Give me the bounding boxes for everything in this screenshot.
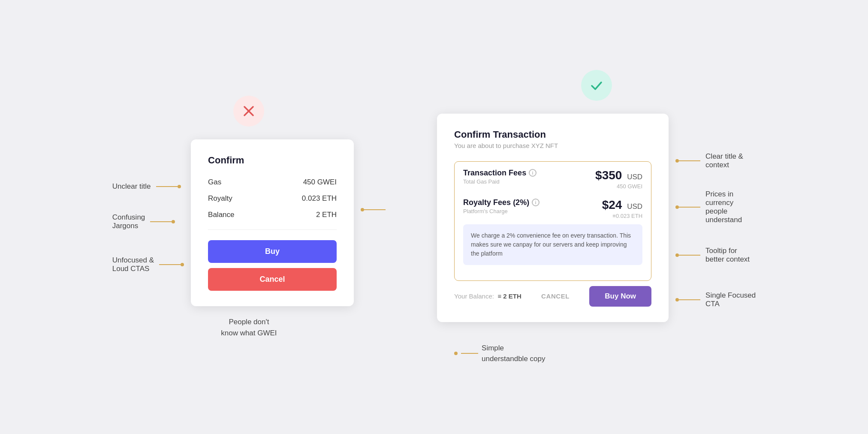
fee2-amount: $24 <box>602 198 622 211</box>
fee1-amount-block: $350 USD 450 GWEI <box>595 169 642 190</box>
fee1-info-icon[interactable]: i <box>529 169 536 177</box>
bottom-ann-right-text: Simple understandble copy <box>482 343 545 365</box>
good-card: Confirm Transaction You are about to pur… <box>437 114 669 322</box>
fee1-label-text: Transaction Fees <box>463 169 526 178</box>
fee-row-1: Transaction Fees i Total Gas Paid $350 U… <box>463 169 642 190</box>
ann-single-cta-text: Single Focused CTA <box>705 291 756 308</box>
ann-label-unfocused: Unfocused & Loud CTAS <box>112 256 154 273</box>
fee2-amount-block: $24 USD ≡0.023 ETH <box>602 198 642 219</box>
left-annotations: Unclear title Confusing Jargons Unfocuse… <box>112 139 184 273</box>
good-card-wrapper: Confirm Transaction You are about to pur… <box>437 114 669 322</box>
fee2-amount-sub: ≡0.023 ETH <box>602 213 642 219</box>
left-panel: Unclear title Confusing Jargons Unfocuse… <box>112 96 386 338</box>
ann-tooltip-text: Tooltip for better context <box>705 247 750 264</box>
good-card-subtitle: You are about to purchase XYZ NFT <box>454 142 651 149</box>
ann-prices: Prices in currency people understand <box>675 190 756 224</box>
fee2-info-icon[interactable]: i <box>532 199 539 206</box>
fee1-amount-main: $350 USD <box>595 169 642 182</box>
bad-card-row-gas: Gas 450 GWEI <box>208 178 337 187</box>
ann-prices-text: Prices in currency people understand <box>705 190 742 224</box>
ann-clear-title: Clear title & context <box>675 152 756 169</box>
bad-card-title: Confirm <box>208 155 337 166</box>
bad-buy-button[interactable]: Buy <box>208 240 337 263</box>
right-panel-main: Confirm Transaction You are about to pur… <box>437 114 756 332</box>
good-buy-now-button[interactable]: Buy Now <box>589 286 651 307</box>
good-card-footer: Your Balance: ≡ 2 ETH CANCEL Buy Now <box>454 286 651 307</box>
bad-card-row-royalty: Royalty 0.023 ETH <box>208 194 337 203</box>
fee2-label-block: Royalty Fees (2%) i Platform's Charge <box>463 198 539 214</box>
left-panel-main: Unclear title Confusing Jargons Unfocuse… <box>112 139 386 306</box>
balance-label: Your Balance: <box>454 292 494 300</box>
fees-box: Transaction Fees i Total Gas Paid $350 U… <box>454 161 651 281</box>
annotation-unclear-title: Unclear title <box>112 182 184 191</box>
fee-row-2: Royalty Fees (2%) i Platform's Charge $2… <box>463 198 642 219</box>
balance-display: Your Balance: ≡ 2 ETH <box>454 292 521 300</box>
bad-royalty-value: 0.023 ETH <box>302 194 337 203</box>
fee1-label-main: Transaction Fees i <box>463 169 536 178</box>
right-annotations-col: Clear title & context Prices in currency… <box>675 114 756 332</box>
good-cancel-button[interactable]: CANCEL <box>541 292 570 300</box>
ann-label-unclear: Unclear title <box>112 182 151 191</box>
fee1-sublabel: Total Gas Paid <box>463 178 536 185</box>
fee2-amount-main: $24 USD <box>602 198 642 212</box>
annotation-confusing-jargons: Confusing Jargons <box>112 213 184 230</box>
good-status-icon <box>581 70 612 101</box>
bottom-annotation-text: People don't know what GWEI <box>221 318 277 337</box>
bad-gas-value: 450 GWEI <box>303 178 337 187</box>
bottom-annotation-right: Simple understandble copy <box>454 343 545 365</box>
bad-gas-label: Gas <box>208 178 221 187</box>
ann-single-cta: Single Focused CTA <box>675 291 756 308</box>
fee2-label-text: Royalty Fees (2%) <box>463 198 529 207</box>
bad-cancel-button[interactable]: Cancel <box>208 268 337 291</box>
bad-card-row-balance: Balance 2 ETH <box>208 211 337 219</box>
ann-tooltip: Tooltip for better context <box>675 247 756 264</box>
fee2-label-main: Royalty Fees (2%) i <box>463 198 539 207</box>
good-card-title: Confirm Transaction <box>454 129 651 140</box>
fee2-sublabel: Platform's Charge <box>463 208 539 214</box>
right-panel: Confirm Transaction You are about to pur… <box>437 70 756 365</box>
ann-label-confusing: Confusing Jargons <box>112 213 145 230</box>
bad-card-divider <box>208 229 337 230</box>
bad-balance-label: Balance <box>208 211 234 219</box>
annotation-unfocused-ctas: Unfocused & Loud CTAS <box>112 256 184 273</box>
ann-clear-title-text: Clear title & context <box>705 152 743 169</box>
bad-status-icon <box>233 96 264 127</box>
tooltip-text: We charge a 2% convenience fee on every … <box>471 232 631 257</box>
bad-balance-value: 2 ETH <box>316 211 337 219</box>
fee1-label-block: Transaction Fees i Total Gas Paid <box>463 169 536 185</box>
bottom-annotation-left: People don't know what GWEI <box>221 316 277 338</box>
fee2-currency: USD <box>627 202 642 211</box>
right-annotation-bad <box>361 139 386 211</box>
bad-royalty-label: Royalty <box>208 194 232 203</box>
fee1-amount-sub: 450 GWEI <box>595 183 642 190</box>
fee1-amount: $350 <box>595 169 622 182</box>
bad-card: Confirm Gas 450 GWEI Royalty 0.023 ETH B… <box>191 139 354 306</box>
tooltip-box: We charge a 2% convenience fee on every … <box>463 224 642 265</box>
page-container: Unclear title Confusing Jargons Unfocuse… <box>0 0 868 434</box>
fee1-currency: USD <box>627 173 642 181</box>
balance-value: ≡ 2 ETH <box>497 292 521 300</box>
